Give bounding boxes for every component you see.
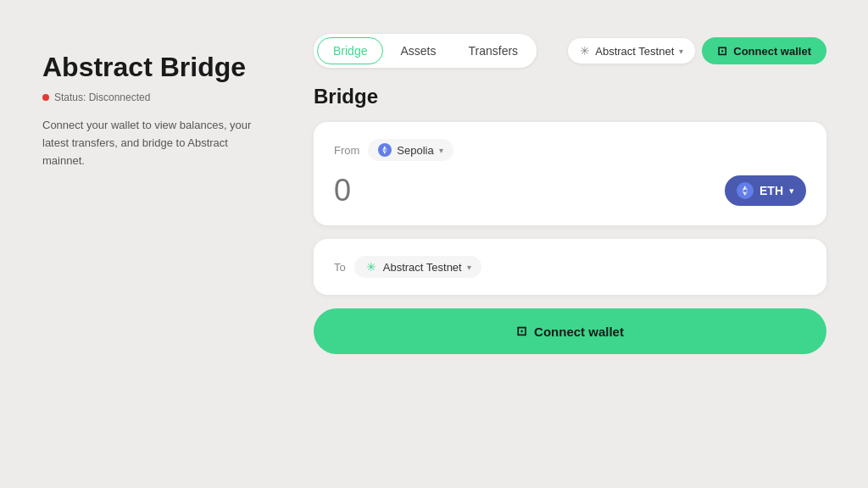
to-card: To ✳ Abstract Testnet ▾ — [314, 239, 826, 295]
to-network-selector[interactable]: ✳ Abstract Testnet ▾ — [354, 256, 481, 278]
from-network-label: Sepolia — [397, 144, 433, 157]
right-panel: Bridge Assets Transfers ✳ Abstract Testn… — [314, 34, 826, 454]
tab-bridge[interactable]: Bridge — [317, 37, 383, 64]
wallet-icon-bottom: ⊡ — [516, 324, 527, 339]
to-label: To — [334, 261, 346, 274]
bridge-heading: Bridge — [314, 85, 826, 108]
network-icon: ✳ — [580, 44, 590, 58]
tab-transfers[interactable]: Transfers — [453, 38, 533, 64]
sepolia-eth-icon — [378, 143, 392, 157]
to-row: To ✳ Abstract Testnet ▾ — [334, 256, 806, 278]
abstract-network-icon: ✳ — [364, 260, 378, 274]
amount-input[interactable] — [334, 173, 715, 208]
eth-token-icon — [737, 182, 754, 199]
token-chevron-down-icon: ▾ — [789, 186, 794, 197]
tab-group: Bridge Assets Transfers — [314, 34, 537, 68]
connect-wallet-button-top[interactable]: ⊡ Connect wallet — [702, 37, 826, 64]
app-title: Abstract Bridge — [42, 51, 263, 83]
to-network-label: Abstract Testnet — [383, 261, 462, 274]
connect-wallet-button-bottom[interactable]: ⊡ Connect wallet — [314, 308, 826, 354]
description-text: Connect your wallet to view balances, yo… — [42, 117, 263, 169]
from-network-selector[interactable]: Sepolia ▾ — [368, 139, 453, 161]
network-selector[interactable]: ✳ Abstract Testnet ▾ — [568, 38, 695, 64]
chevron-down-icon: ▾ — [679, 47, 683, 56]
token-selector-button[interactable]: ETH ▾ — [725, 175, 806, 206]
left-panel: Abstract Bridge Status: Disconnected Con… — [42, 34, 263, 454]
connect-wallet-top-label: Connect wallet — [733, 45, 811, 58]
from-label: From — [334, 144, 359, 157]
connect-wallet-bottom-label: Connect wallet — [534, 324, 624, 339]
from-chevron-down-icon: ▾ — [439, 146, 443, 155]
to-chevron-down-icon: ▾ — [467, 263, 471, 272]
from-row: From Sepolia ▾ — [334, 139, 806, 161]
top-nav: Bridge Assets Transfers ✳ Abstract Testn… — [314, 34, 826, 68]
status-text: Status: Disconnected — [54, 92, 150, 103]
status-row: Status: Disconnected — [42, 92, 263, 103]
tab-assets[interactable]: Assets — [385, 38, 451, 64]
network-label: Abstract Testnet — [595, 45, 674, 58]
amount-row: ETH ▾ — [334, 173, 806, 208]
status-dot-icon — [42, 94, 49, 101]
from-card: From Sepolia ▾ — [314, 122, 826, 225]
wallet-icon: ⊡ — [717, 44, 727, 58]
token-label: ETH — [760, 184, 783, 197]
